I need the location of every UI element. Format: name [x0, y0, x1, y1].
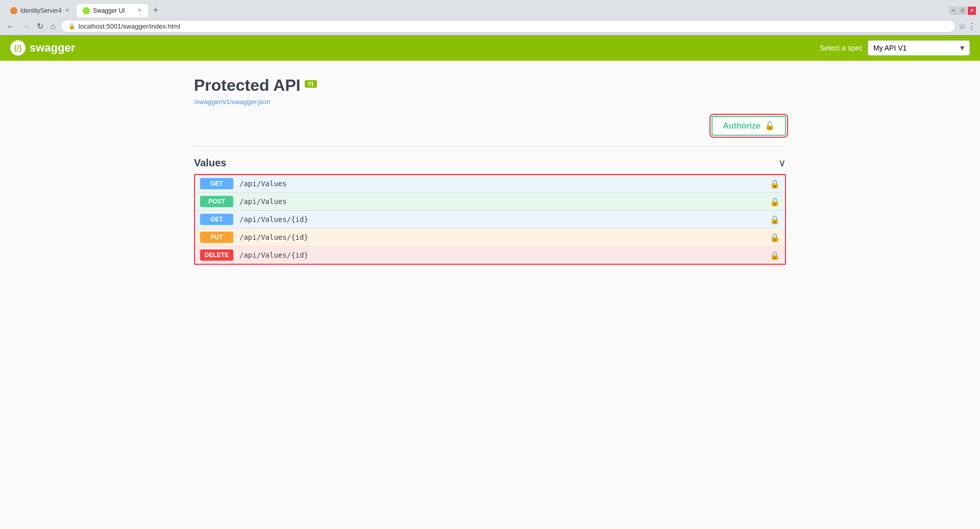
- address-text: localhost:5001/swagger/index.html: [79, 22, 948, 30]
- api-title-row: Protected API V1: [194, 76, 786, 95]
- swagger-header: {/} swagger Select a spec My API V1 ▼: [0, 35, 980, 61]
- swagger-favicon: [83, 7, 90, 14]
- method-badge-get: GET: [200, 178, 233, 189]
- back-button[interactable]: ←: [4, 21, 16, 32]
- collapse-icon: ∨: [778, 157, 786, 169]
- maximize-button[interactable]: □: [959, 7, 967, 15]
- tab-identity[interactable]: IdentityServer4 ✕: [4, 4, 76, 17]
- values-section-header[interactable]: Values ∨: [194, 152, 786, 174]
- home-button[interactable]: ⌂: [48, 21, 58, 32]
- values-section-title: Values: [194, 157, 226, 169]
- endpoint-lock-get-values: 🔒: [770, 179, 780, 189]
- method-badge-post: POST: [200, 196, 233, 207]
- endpoint-lock-delete-values-id: 🔒: [770, 250, 780, 260]
- endpoint-lock-put-values-id: 🔒: [770, 233, 780, 242]
- swagger-spec-selector: Select a spec My API V1 ▼: [820, 40, 970, 56]
- identity-favicon: [10, 7, 17, 14]
- section-divider: [194, 146, 786, 146]
- menu-icon[interactable]: ⋮: [968, 21, 976, 31]
- endpoint-row-put-values-id[interactable]: PUT /api/Values/{id} 🔒: [195, 229, 785, 246]
- authorize-label: Authorize: [723, 121, 761, 131]
- endpoints-container: GET /api/Values 🔒 POST /api/Values 🔒 GET…: [194, 174, 786, 265]
- browser-chrome: IdentityServer4 ✕ Swagger UI ✕ + − □ ✕ ←…: [0, 0, 980, 35]
- api-title: Protected API: [194, 76, 301, 95]
- star-icon[interactable]: ☆: [959, 21, 966, 31]
- reload-button[interactable]: ↻: [35, 20, 45, 32]
- endpoint-row-post-values[interactable]: POST /api/Values 🔒: [195, 193, 785, 211]
- window-controls: − □ ✕: [949, 7, 976, 15]
- endpoint-path-get-values: /api/Values: [239, 180, 765, 188]
- swagger-logo: {/} swagger: [10, 40, 75, 56]
- browser-actions: ☆ ⋮: [959, 21, 976, 31]
- endpoint-row-get-values[interactable]: GET /api/Values 🔒: [195, 175, 785, 193]
- spec-select[interactable]: My API V1: [868, 40, 970, 56]
- tab-identity-label: IdentityServer4: [20, 7, 62, 14]
- minimize-button[interactable]: −: [949, 7, 958, 15]
- endpoint-lock-get-values-id: 🔒: [770, 215, 780, 224]
- authorize-button[interactable]: Authorize 🔓: [712, 116, 786, 136]
- endpoint-row-delete-values-id[interactable]: DELETE /api/Values/{id} 🔒: [195, 246, 785, 264]
- swagger-logo-text: swagger: [30, 41, 75, 55]
- tab-bar: IdentityServer4 ✕ Swagger UI ✕ + − □ ✕: [0, 0, 980, 18]
- endpoint-path-get-values-id: /api/Values/{id}: [239, 215, 765, 223]
- api-version-badge: V1: [305, 80, 317, 88]
- main-content: Protected API V1 /swagger/v1/swagger.jso…: [184, 61, 796, 280]
- endpoint-row-get-values-id[interactable]: GET /api/Values/{id} 🔒: [195, 211, 785, 229]
- authorize-section: Authorize 🔓: [194, 116, 786, 136]
- tab-swagger-close[interactable]: ✕: [137, 7, 142, 14]
- endpoint-path-put-values-id: /api/Values/{id}: [239, 233, 765, 241]
- api-swagger-url[interactable]: /swagger/v1/swagger.json: [194, 98, 786, 106]
- method-badge-get-id: GET: [200, 214, 233, 225]
- endpoint-lock-post-values: 🔒: [770, 197, 780, 207]
- endpoint-path-post-values: /api/Values: [239, 197, 765, 206]
- method-badge-delete: DELETE: [200, 249, 233, 261]
- tab-swagger[interactable]: Swagger UI ✕: [77, 4, 148, 17]
- spec-selector-label: Select a spec: [820, 44, 863, 52]
- close-button[interactable]: ✕: [968, 7, 976, 15]
- spec-select-wrapper: My API V1 ▼: [868, 40, 970, 56]
- endpoint-path-delete-values-id: /api/Values/{id}: [239, 251, 765, 259]
- address-bar[interactable]: 🔒 localhost:5001/swagger/index.html: [61, 20, 955, 33]
- new-tab-button[interactable]: +: [149, 3, 163, 18]
- address-bar-row: ← → ↻ ⌂ 🔒 localhost:5001/swagger/index.h…: [0, 18, 980, 35]
- method-badge-put: PUT: [200, 232, 233, 243]
- address-lock-icon: 🔒: [68, 23, 76, 30]
- authorize-lock-icon: 🔓: [765, 121, 775, 131]
- tab-swagger-label: Swagger UI: [93, 7, 125, 14]
- tab-identity-close[interactable]: ✕: [65, 7, 69, 14]
- forward-button[interactable]: →: [19, 21, 32, 32]
- swagger-logo-icon: {/}: [10, 40, 26, 56]
